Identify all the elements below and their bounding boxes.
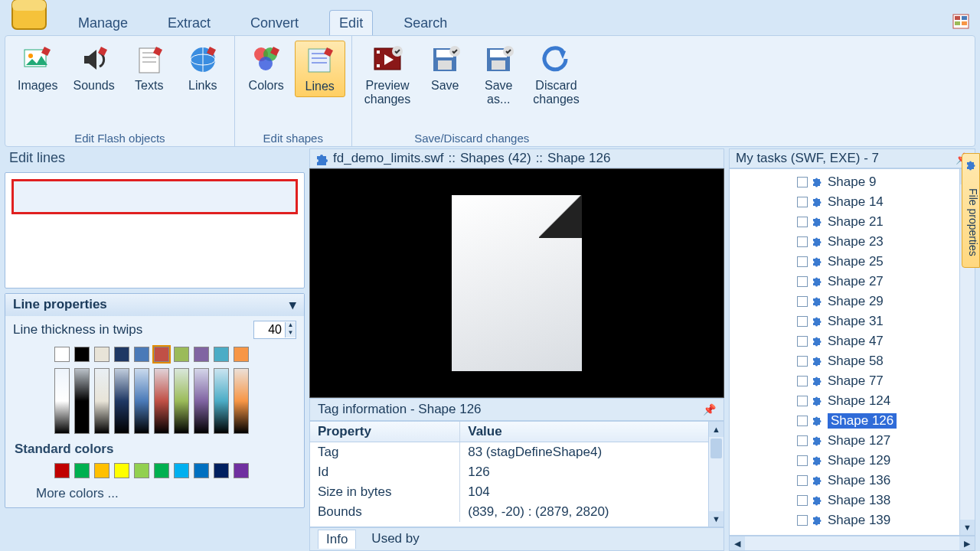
tree-item[interactable]: Shape 126 bbox=[797, 411, 975, 431]
tree-item[interactable]: Shape 31 bbox=[797, 311, 975, 331]
standard-swatch[interactable] bbox=[234, 463, 249, 478]
theme-gradient[interactable] bbox=[194, 368, 209, 434]
colors-button[interactable]: Colors bbox=[241, 41, 292, 96]
tree-item[interactable]: Shape 47 bbox=[797, 331, 975, 351]
menu-tab-manage[interactable]: Manage bbox=[69, 11, 137, 36]
scroll-up-icon[interactable]: ▲ bbox=[709, 422, 724, 437]
theme-gradient[interactable] bbox=[54, 368, 70, 434]
save-as--button[interactable]: Saveas... bbox=[473, 41, 524, 109]
checkbox[interactable] bbox=[797, 475, 808, 486]
theme-gradient[interactable] bbox=[94, 368, 109, 434]
scroll-thumb[interactable] bbox=[710, 439, 722, 458]
checkbox[interactable] bbox=[797, 376, 808, 386]
checkbox[interactable] bbox=[797, 455, 808, 466]
tree-item[interactable]: Shape 9 bbox=[797, 172, 975, 192]
theme-swatch[interactable] bbox=[134, 347, 149, 362]
discard-changes-button[interactable]: Discardchanges bbox=[527, 41, 586, 109]
theme-gradient[interactable] bbox=[234, 368, 249, 434]
theme-swatch[interactable] bbox=[94, 347, 109, 362]
vscroll[interactable]: ▲ ▼ bbox=[708, 422, 724, 527]
standard-swatch[interactable] bbox=[114, 463, 129, 478]
tree-item[interactable]: Shape 27 bbox=[797, 272, 975, 292]
scroll-down-icon[interactable]: ▼ bbox=[709, 511, 724, 527]
tree-item[interactable]: Shape 129 bbox=[797, 451, 975, 471]
tab-info[interactable]: Info bbox=[318, 530, 356, 549]
theme-swatch[interactable] bbox=[194, 347, 209, 362]
tree-item[interactable]: Shape 25 bbox=[797, 252, 975, 272]
menu-tab-extract[interactable]: Extract bbox=[158, 11, 220, 36]
tree-item[interactable]: Shape 127 bbox=[797, 431, 975, 451]
save-button[interactable]: Save bbox=[420, 41, 470, 96]
scroll-left-icon[interactable]: ◀ bbox=[730, 536, 745, 550]
theme-gradient[interactable] bbox=[74, 368, 90, 434]
checkbox[interactable] bbox=[797, 495, 808, 506]
theme-gradient[interactable] bbox=[114, 368, 129, 434]
checkbox[interactable] bbox=[797, 316, 808, 327]
hscroll[interactable]: ◀ ▶ bbox=[729, 536, 975, 551]
theme-gradient[interactable] bbox=[174, 368, 189, 434]
tree-item[interactable]: Shape 139 bbox=[797, 510, 975, 530]
standard-swatch[interactable] bbox=[134, 463, 149, 478]
checkbox[interactable] bbox=[797, 435, 808, 446]
table-header[interactable]: Property bbox=[310, 422, 460, 442]
images-button[interactable]: Images bbox=[11, 41, 64, 96]
checkbox[interactable] bbox=[797, 236, 808, 247]
scroll-down-icon[interactable]: ▼ bbox=[960, 520, 975, 535]
checkbox[interactable] bbox=[797, 396, 808, 406]
tree-item[interactable]: Shape 124 bbox=[797, 391, 975, 411]
checkbox[interactable] bbox=[797, 256, 808, 267]
standard-swatch[interactable] bbox=[74, 463, 90, 478]
tab-used-by[interactable]: Used by bbox=[364, 530, 426, 549]
standard-swatch[interactable] bbox=[54, 463, 70, 478]
theme-swatch[interactable] bbox=[214, 347, 229, 362]
theme-swatch[interactable] bbox=[74, 347, 90, 362]
theme-swatch[interactable] bbox=[174, 347, 189, 362]
thickness-stepper[interactable]: ▲ ▼ bbox=[253, 321, 296, 339]
standard-swatch[interactable] bbox=[154, 463, 169, 478]
thickness-input[interactable] bbox=[254, 321, 285, 338]
menu-tab-edit[interactable]: Edit bbox=[329, 10, 373, 36]
theme-swatch[interactable] bbox=[114, 347, 129, 362]
crumb-item[interactable]: Shape 126 bbox=[547, 151, 610, 166]
tree-item[interactable]: Shape 14 bbox=[797, 192, 975, 212]
standard-swatch[interactable] bbox=[214, 463, 229, 478]
options-icon[interactable] bbox=[952, 14, 969, 29]
checkbox[interactable] bbox=[797, 177, 808, 187]
table-header[interactable]: Value bbox=[460, 422, 724, 442]
lines-button[interactable]: Lines bbox=[295, 41, 345, 97]
tree-item[interactable]: Shape 21 bbox=[797, 212, 975, 232]
tree-item[interactable]: Shape 58 bbox=[797, 351, 975, 371]
more-colors-link[interactable]: More colors ... bbox=[5, 481, 304, 507]
sounds-button[interactable]: Sounds bbox=[67, 41, 120, 96]
tree-item[interactable]: Shape 23 bbox=[797, 232, 975, 252]
checkbox[interactable] bbox=[797, 356, 808, 367]
tree-item[interactable]: Shape 77 bbox=[797, 371, 975, 391]
pin-icon[interactable]: 📌 bbox=[703, 403, 716, 416]
crumb-file[interactable]: fd_demo_limits.swf bbox=[333, 151, 444, 166]
tree-item[interactable]: Shape 138 bbox=[797, 491, 975, 510]
texts-button[interactable]: Texts bbox=[124, 41, 175, 96]
spin-down-icon[interactable]: ▼ bbox=[285, 330, 296, 337]
checkbox[interactable] bbox=[797, 197, 808, 207]
file-properties-tab[interactable]: File properties bbox=[962, 153, 980, 268]
checkbox[interactable] bbox=[797, 515, 808, 526]
links-button[interactable]: Links bbox=[178, 41, 228, 96]
standard-swatch[interactable] bbox=[194, 463, 209, 478]
checkbox[interactable] bbox=[797, 217, 808, 227]
menu-tab-convert[interactable]: Convert bbox=[241, 11, 308, 36]
theme-swatch[interactable] bbox=[234, 347, 249, 362]
theme-swatch[interactable] bbox=[54, 347, 70, 362]
checkbox[interactable] bbox=[797, 416, 808, 426]
tree-item[interactable]: Shape 136 bbox=[797, 471, 975, 491]
theme-gradient[interactable] bbox=[154, 368, 169, 434]
theme-swatch[interactable] bbox=[154, 347, 169, 362]
checkbox[interactable] bbox=[797, 336, 808, 347]
chevron-down-icon[interactable]: ▾ bbox=[289, 297, 296, 313]
theme-gradient[interactable] bbox=[214, 368, 229, 434]
line-sample[interactable] bbox=[11, 179, 298, 214]
checkbox[interactable] bbox=[797, 296, 808, 307]
crumb-group[interactable]: Shapes (42) bbox=[460, 151, 531, 166]
tree-item[interactable]: Shape 29 bbox=[797, 292, 975, 311]
menu-tab-search[interactable]: Search bbox=[394, 11, 456, 36]
scroll-right-icon[interactable]: ▶ bbox=[959, 536, 975, 550]
